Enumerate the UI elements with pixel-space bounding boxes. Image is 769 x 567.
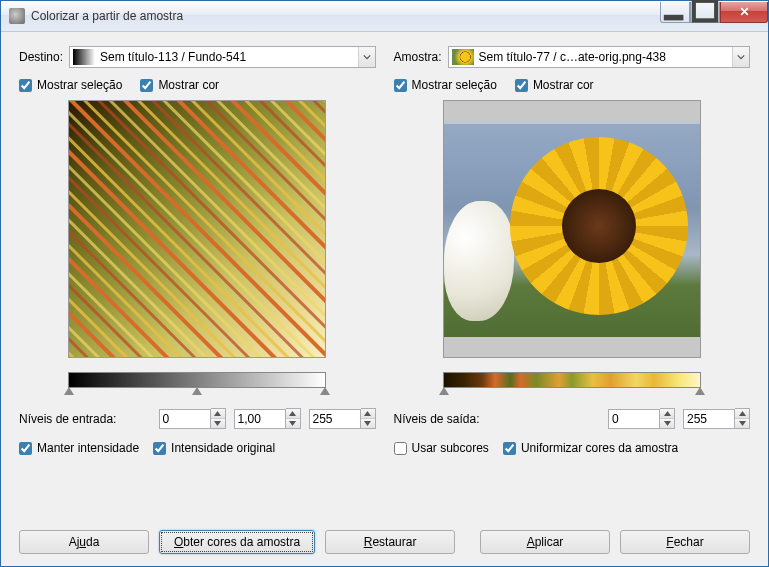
input-level-gamma[interactable] (234, 408, 301, 429)
input-level-low[interactable] (159, 408, 226, 429)
apply-button[interactable]: Aplicar (480, 530, 610, 554)
marker-high[interactable] (695, 387, 705, 395)
input-levels-label: Níveis de entrada: (19, 412, 151, 426)
spin-down-icon[interactable] (361, 419, 375, 428)
spin-up-icon[interactable] (361, 409, 375, 419)
spin-down-icon[interactable] (211, 419, 225, 428)
destination-preview (68, 100, 326, 358)
sample-combo-text: Sem título-77 / c…ate-orig.png-438 (479, 50, 732, 64)
destination-combo-text: Sem título-113 / Fundo-541 (100, 50, 357, 64)
svg-rect-0 (664, 14, 684, 20)
destination-gradient[interactable] (68, 372, 326, 388)
spin-down-icon[interactable] (660, 419, 674, 428)
sample-label: Amostra: (394, 50, 442, 64)
destination-label: Destino: (19, 50, 63, 64)
maximize-button[interactable] (690, 2, 720, 23)
sample-show-color-checkbox[interactable]: Mostrar cor (515, 78, 594, 92)
destination-column: Destino: Sem título-113 / Fundo-541 Most… (19, 46, 376, 506)
use-subcolors-checkbox[interactable]: Usar subcores (394, 441, 489, 455)
window-title: Colorizar a partir de amostra (31, 9, 660, 23)
reset-button[interactable]: Restaurar (325, 530, 455, 554)
original-intensity-checkbox[interactable]: Intensidade original (153, 441, 275, 455)
close-button-action[interactable]: Fechar (620, 530, 750, 554)
sample-show-selection-checkbox[interactable]: Mostrar seleção (394, 78, 497, 92)
help-button[interactable]: Ajuda (19, 530, 149, 554)
chevron-down-icon[interactable] (358, 47, 375, 67)
spin-down-icon[interactable] (735, 419, 749, 428)
chevron-down-icon[interactable] (732, 47, 749, 67)
spin-down-icon[interactable] (286, 419, 300, 428)
app-icon (9, 8, 25, 24)
titlebar: Colorizar a partir de amostra (1, 1, 768, 32)
spin-up-icon[interactable] (735, 409, 749, 419)
marker-high[interactable] (320, 387, 330, 395)
sample-thumb (452, 49, 474, 65)
svg-rect-1 (694, 0, 716, 20)
smooth-samples-checkbox[interactable]: Uniformizar cores da amostra (503, 441, 678, 455)
white-flower (444, 201, 514, 321)
spin-up-icon[interactable] (286, 409, 300, 419)
svg-rect-8 (69, 101, 325, 357)
close-button[interactable] (720, 2, 768, 23)
marker-low[interactable] (439, 387, 449, 395)
minimize-button[interactable] (660, 2, 690, 23)
input-level-high[interactable] (309, 408, 376, 429)
sample-preview (443, 100, 701, 358)
sample-combo[interactable]: Sem título-77 / c…ate-orig.png-438 (448, 46, 750, 68)
spin-up-icon[interactable] (660, 409, 674, 419)
spin-up-icon[interactable] (211, 409, 225, 419)
dest-show-color-checkbox[interactable]: Mostrar cor (140, 78, 219, 92)
marker-gamma[interactable] (192, 387, 202, 395)
keep-intensity-checkbox[interactable]: Manter intensidade (19, 441, 139, 455)
destination-thumb (73, 49, 95, 65)
output-level-high[interactable] (683, 408, 750, 429)
get-sample-colors-button[interactable]: Obter cores da amostra (159, 530, 315, 554)
output-levels-label: Níveis de saída: (394, 412, 601, 426)
sample-column: Amostra: Sem título-77 / c…ate-orig.png-… (394, 46, 751, 506)
output-level-low[interactable] (608, 408, 675, 429)
destination-combo[interactable]: Sem título-113 / Fundo-541 (69, 46, 375, 68)
dest-show-selection-checkbox[interactable]: Mostrar seleção (19, 78, 122, 92)
sample-gradient[interactable] (443, 372, 701, 388)
sunflower-center (562, 189, 636, 263)
marker-low[interactable] (64, 387, 74, 395)
